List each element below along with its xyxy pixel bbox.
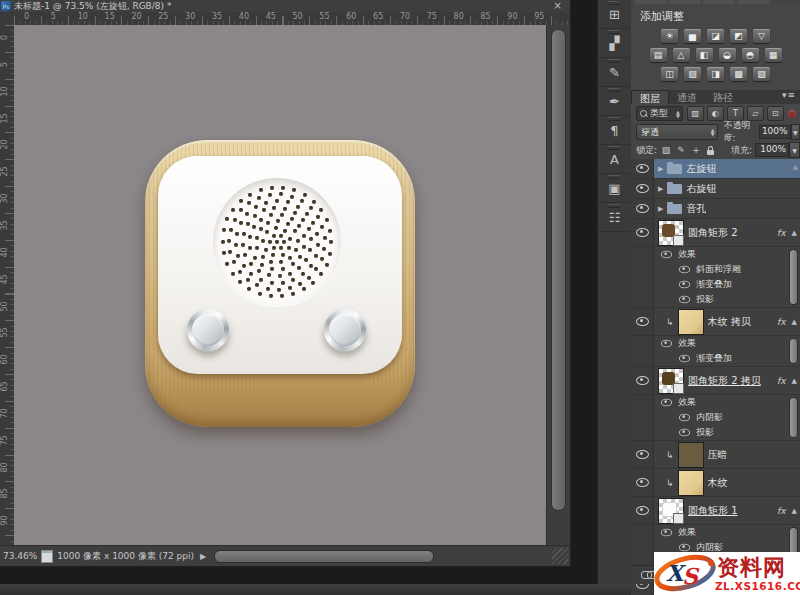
character-panel-icon[interactable]: A	[598, 145, 631, 174]
exposure-icon[interactable]: ◩	[730, 29, 747, 43]
posterize-icon[interactable]: ▨	[684, 67, 701, 81]
eye-icon[interactable]	[636, 228, 649, 237]
brush-presets-panel-icon[interactable]: ▞	[598, 29, 631, 58]
layer-row[interactable]: 圆角矩形 2fx▲	[631, 219, 800, 247]
lock-pixels-icon[interactable]: ✎	[675, 144, 687, 156]
gradient-map-icon[interactable]: ▩	[730, 67, 747, 81]
layer-fx-label[interactable]: fx	[777, 228, 786, 238]
fx-collapse-icon[interactable]: ▲	[792, 229, 797, 237]
link-layers-icon[interactable]	[641, 571, 652, 579]
lock-transparency-icon[interactable]: ▨	[660, 144, 672, 156]
threshold-icon[interactable]: ◨	[707, 67, 724, 81]
filter-adjustment-layers-icon[interactable]: ◐	[707, 106, 724, 121]
layer-visibility-cell[interactable]	[631, 540, 654, 555]
canvas-area[interactable]	[14, 25, 546, 546]
effect-row[interactable]: 投影	[631, 292, 800, 307]
paragraph-panel-icon[interactable]: ¶	[598, 116, 631, 145]
layer-row[interactable]: 圆角矩形 1fx▲	[631, 497, 800, 525]
horizontal-ruler[interactable]: 05101520253035404550556065707580859095	[14, 12, 570, 26]
effect-row[interactable]: 投影	[631, 425, 800, 440]
layer-row-body[interactable]: 圆角矩形 2 拷贝fx▲	[654, 367, 800, 394]
layer-fx-label[interactable]: fx	[777, 506, 786, 516]
lock-position-icon[interactable]: +	[690, 144, 702, 156]
brush-panel-icon[interactable]: ✒	[598, 87, 631, 116]
layer-fx-label[interactable]: fx	[777, 376, 786, 386]
effect-row[interactable]: 渐变叠加	[631, 277, 800, 292]
fx-collapse-icon[interactable]: ▲	[792, 377, 797, 385]
layer-visibility-cell[interactable]	[631, 308, 654, 335]
photo-filter-icon[interactable]: ◒	[719, 48, 736, 62]
layer-visibility-cell[interactable]	[631, 159, 654, 178]
disclosure-triangle-icon[interactable]: ▶	[658, 185, 663, 193]
effects-header-row[interactable]: 效果	[631, 336, 800, 351]
layer-group-row[interactable]: ▶右旋钮	[631, 179, 800, 199]
effects-header-row[interactable]: 效果	[631, 247, 800, 262]
eye-icon[interactable]	[679, 266, 690, 274]
layer-row[interactable]: ↳压暗	[631, 441, 800, 469]
layer-name[interactable]: 压暗	[708, 448, 728, 462]
eye-icon[interactable]	[636, 376, 649, 385]
hue-saturation-icon[interactable]: ▤	[650, 48, 667, 62]
eye-icon[interactable]	[679, 414, 690, 422]
layer-row-body[interactable]: ↳木纹 拷贝fx▲	[654, 308, 800, 335]
layer-row-body[interactable]: ▶音孔	[654, 199, 800, 218]
layer-row-body[interactable]: ▶右旋钮	[654, 179, 800, 198]
layer-name[interactable]: 圆角矩形 2	[688, 226, 738, 240]
layer-visibility-cell[interactable]	[631, 469, 654, 496]
brightness-contrast-icon[interactable]: ☀	[661, 29, 678, 43]
color-lookup-icon[interactable]: ▦	[765, 48, 782, 62]
layer-thumbnail[interactable]	[658, 220, 684, 246]
eye-icon[interactable]	[679, 355, 690, 363]
eye-icon[interactable]	[661, 529, 672, 537]
layer-row[interactable]: ↳木纹	[631, 469, 800, 497]
zoom-level-field[interactable]: 73.46%	[3, 551, 37, 561]
layer-name[interactable]: 木纹	[708, 476, 728, 490]
effects-scroll-nub[interactable]	[789, 397, 798, 438]
layer-visibility-cell[interactable]	[631, 179, 654, 198]
levels-icon[interactable]: ▅	[684, 29, 701, 43]
layer-thumbnail[interactable]	[678, 309, 704, 335]
window-resize-grip[interactable]	[552, 548, 568, 564]
color-balance-icon[interactable]: △	[673, 48, 690, 62]
effects-scroll-nub[interactable]	[789, 249, 798, 305]
status-menu-arrow-icon[interactable]: ▶	[200, 552, 206, 561]
filter-toggle-switch[interactable]	[788, 110, 796, 118]
eye-icon[interactable]	[636, 450, 649, 459]
layer-row-body[interactable]: ↳木纹	[654, 469, 800, 496]
eye-icon[interactable]	[636, 204, 649, 213]
eye-icon[interactable]	[636, 184, 649, 193]
layer-group-row[interactable]: ▶音孔	[631, 199, 800, 219]
effect-row[interactable]: 渐变叠加	[631, 351, 800, 366]
layer-row-body[interactable]: ↳压暗	[654, 441, 800, 468]
layer-visibility-cell[interactable]	[631, 441, 654, 468]
layer-thumbnail[interactable]	[658, 498, 684, 524]
tab-layers[interactable]: 图层	[631, 90, 669, 104]
vertical-scrollbar[interactable]	[546, 25, 570, 546]
eye-icon[interactable]	[636, 478, 649, 487]
effects-scroll-nub[interactable]	[789, 338, 798, 364]
layer-visibility-cell[interactable]	[631, 351, 654, 366]
effects-header-row[interactable]: 效果	[631, 395, 800, 410]
layer-row-body[interactable]: ▶左旋钮	[654, 159, 800, 178]
notes-panel-icon[interactable]: ☷	[598, 203, 631, 232]
eye-icon[interactable]	[679, 544, 690, 552]
eye-icon[interactable]	[661, 340, 672, 348]
vertical-scrollbar-thumb[interactable]	[551, 29, 566, 511]
fill-dropdown-icon[interactable]: ▼	[789, 142, 800, 158]
layer-name[interactable]: 右旋钮	[686, 182, 716, 196]
layer-group-row[interactable]: ▶左旋钮	[631, 159, 800, 179]
layer-visibility-cell[interactable]	[631, 262, 654, 277]
effect-row[interactable]: 斜面和浮雕	[631, 262, 800, 277]
horizontal-scrollbar-thumb[interactable]	[214, 550, 434, 563]
fx-collapse-icon[interactable]: ▲	[792, 507, 797, 515]
layer-thumbnail[interactable]	[678, 442, 704, 468]
filter-pixel-layers-icon[interactable]: ▨	[687, 106, 704, 121]
effect-row[interactable]: 内阴影	[631, 410, 800, 425]
opacity-value-field[interactable]: 100%	[759, 125, 791, 139]
fill-value-field[interactable]: 100%	[755, 143, 789, 157]
layer-visibility-cell[interactable]	[631, 219, 654, 246]
layer-visibility-cell[interactable]	[631, 247, 654, 262]
channel-mixer-icon[interactable]: ◓	[742, 48, 759, 62]
effects-header-row[interactable]: 效果	[631, 525, 800, 540]
layer-name[interactable]: 音孔	[686, 202, 706, 216]
